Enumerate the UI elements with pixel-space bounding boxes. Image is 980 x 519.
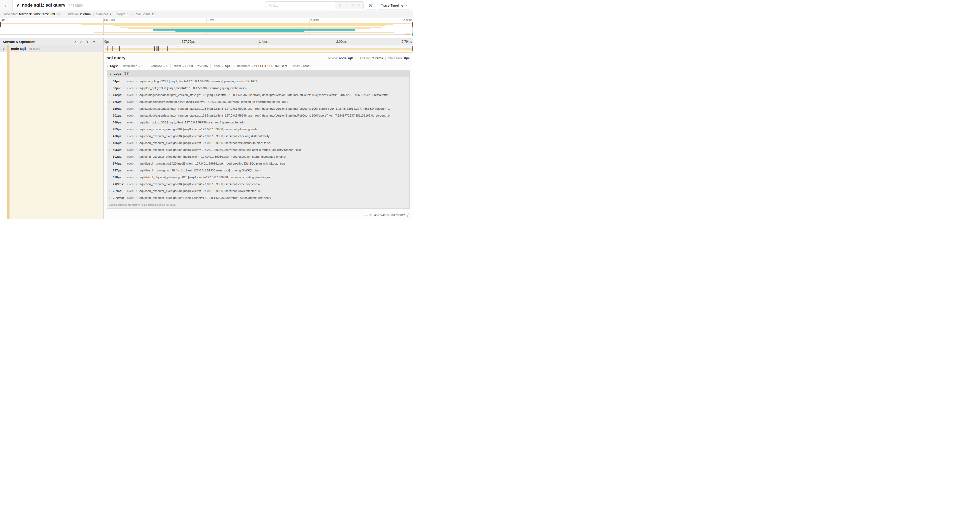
span-collapse-chevron-icon[interactable]: ∨ bbox=[3, 47, 5, 51]
log-field-key: event bbox=[127, 176, 134, 179]
divider bbox=[114, 13, 115, 16]
log-marker[interactable] bbox=[159, 46, 159, 51]
log-row[interactable]: ›495μs:event=‹sql/conn_executor_exec.go:… bbox=[107, 146, 409, 153]
deep-link-icon[interactable] bbox=[406, 213, 410, 217]
log-row[interactable]: ›201μs:event=‹sql/catalog/lease/descript… bbox=[107, 112, 409, 119]
column-resizer-handle[interactable]: || bbox=[100, 40, 102, 43]
log-field-key: event bbox=[127, 128, 134, 131]
span-row-track[interactable] bbox=[103, 45, 413, 52]
minimap-span-bar bbox=[405, 34, 410, 35]
minimap-right-drag-handle[interactable] bbox=[412, 22, 412, 27]
log-value: ‹sql/plan_opt.go:358 [nsql1,client=127.0… bbox=[138, 121, 245, 124]
duration-label: Duration: bbox=[358, 56, 371, 60]
keyboard-shortcuts-button[interactable]: ⌘ bbox=[366, 1, 375, 10]
next-result-icon[interactable]: ∨ bbox=[352, 4, 354, 7]
log-value: ‹sql/conn_executor_exec.go:684 [nsql1,cl… bbox=[138, 148, 303, 152]
log-row[interactable]: ›142μs:event=‹sql/catalog/lease/descript… bbox=[107, 91, 409, 98]
trace-id: 7418682 bbox=[68, 3, 83, 8]
span-duration-bar[interactable] bbox=[105, 48, 412, 50]
chevron-right-icon: › bbox=[109, 142, 113, 145]
minimap-span-bar bbox=[81, 24, 393, 25]
log-row[interactable]: ›597μs:event=‹sql/distsql_running.go:498… bbox=[107, 167, 409, 174]
log-row[interactable]: ›502μs:event=‹sql/conn_executor_exec.go:… bbox=[107, 153, 409, 160]
summary-item-suffix: .326 bbox=[55, 13, 61, 16]
summary-item: Services2 bbox=[96, 13, 111, 16]
find-input[interactable] bbox=[266, 2, 335, 9]
log-value: ‹sql/catalog/lease/descriptor_version_st… bbox=[138, 107, 391, 110]
log-row[interactable]: ›34μs:event=‹sql/exec_util.go:2297 [nsql… bbox=[107, 78, 409, 85]
log-row[interactable]: ›574μs:event=‹sql/distsql_running.go:142… bbox=[107, 160, 409, 167]
locate-icon[interactable]: ◎ bbox=[339, 4, 341, 7]
view-selector-button[interactable]: Trace Timeline ∨ bbox=[378, 1, 410, 10]
expand-one-icon[interactable] bbox=[80, 40, 83, 43]
tag-equals: = bbox=[163, 65, 165, 68]
log-row[interactable]: ›189μs:event=‹sql/catalog/lease/descript… bbox=[107, 105, 409, 112]
divider bbox=[233, 64, 234, 68]
timeline-grid-header: Service & Operation || 0μs697.75μs1.4ms2… bbox=[0, 38, 413, 45]
tags-accordion[interactable]: › Tags: _unfinished=1_verbose=1client=12… bbox=[103, 62, 413, 70]
back-arrow-icon: ← bbox=[4, 2, 9, 8]
log-row[interactable]: ›2.69ms:event=‹sql/conn_executor_exec.go… bbox=[107, 180, 409, 187]
log-marker[interactable] bbox=[123, 46, 123, 51]
minimap-tick-label: 2.79ms bbox=[403, 18, 412, 21]
minimap-span-bar bbox=[120, 27, 382, 28]
page-title: node sql1: sql query bbox=[22, 3, 65, 8]
tag-value: 1 bbox=[141, 64, 143, 68]
log-row[interactable]: ›476μs:event=‹sql/conn_executor_exec.go:… bbox=[107, 133, 409, 139]
span-row-name-cell[interactable]: ∨ node sql1 sql query bbox=[0, 45, 103, 52]
log-row[interactable]: ›80μs:event=‹sql/plan_opt.go:358 [nsql1,… bbox=[107, 85, 409, 91]
log-value: ‹sql/catalog/descs/descriptor.go:98 [nsq… bbox=[138, 100, 288, 103]
log-equals: = bbox=[136, 155, 137, 158]
log-marker[interactable] bbox=[402, 46, 402, 51]
collapse-all-icon[interactable] bbox=[86, 40, 89, 43]
minimap-tick-label: 697.75μs bbox=[104, 18, 115, 21]
log-marker[interactable] bbox=[126, 46, 126, 51]
tag-key: _unfinished bbox=[121, 64, 137, 68]
log-marker[interactable] bbox=[158, 46, 159, 51]
log-row[interactable]: ›459μs:event=‹sql/conn_executor_exec.go:… bbox=[107, 126, 409, 133]
log-value: ‹sql/distsql_running.go:1420 [nsql1,clie… bbox=[138, 162, 286, 165]
log-row[interactable]: ›2.7ms:event=‹sql/conn_executor_exec.go:… bbox=[107, 187, 409, 194]
log-marker[interactable] bbox=[178, 46, 179, 51]
log-value: ‹sql/conn_executor_exec.go:684 [nsql1,cl… bbox=[138, 141, 271, 145]
collapse-one-icon[interactable] bbox=[73, 40, 76, 43]
back-button[interactable]: ← bbox=[0, 0, 13, 11]
tag-item: _verbose=1 bbox=[149, 64, 168, 68]
log-marker[interactable] bbox=[170, 46, 170, 51]
log-field-key: event bbox=[127, 155, 134, 158]
service-value: node sql1 bbox=[339, 56, 353, 60]
log-row[interactable]: ›176μs:event=‹sql/catalog/descs/descript… bbox=[107, 98, 409, 105]
chevron-right-icon: › bbox=[109, 155, 113, 158]
prev-result-icon[interactable]: ∧ bbox=[345, 4, 348, 7]
trace-timeline-page: { "colors": { "tan": "#F8E0AC", "gold": … bbox=[0, 0, 413, 219]
log-marker[interactable] bbox=[107, 46, 108, 51]
detail-name-column-fill bbox=[10, 52, 103, 219]
tag-value: 127.0.0.1:59936 bbox=[185, 64, 208, 68]
expand-all-icon[interactable] bbox=[92, 40, 95, 43]
clear-search-icon[interactable]: × bbox=[358, 4, 360, 7]
log-timestamp: 80μs: bbox=[113, 86, 126, 89]
tag-equals: = bbox=[251, 65, 253, 68]
service-label: Service: bbox=[326, 56, 338, 60]
minimap-left-drag-handle[interactable] bbox=[0, 22, 1, 27]
log-timestamp: 366μs: bbox=[113, 121, 126, 124]
log-equals: = bbox=[136, 182, 137, 186]
minimap-tick-label: 1.4ms bbox=[207, 18, 215, 21]
top-bar: ← ∨ node sql1: sql query 7418682 ◎ ∧ ∨ ×… bbox=[0, 0, 413, 11]
log-row[interactable]: ›2.79ms:event=‹sql/conn_executor_exec.go… bbox=[107, 194, 409, 201]
logs-footnote: Log timestamps are relative to the start… bbox=[107, 201, 409, 208]
title-group: ∨ node sql1: sql query 7418682 bbox=[13, 0, 266, 11]
logs-header[interactable]: ∨ Logs (18) bbox=[107, 71, 409, 77]
log-marker[interactable] bbox=[158, 46, 158, 51]
timeline-gridline bbox=[336, 38, 336, 45]
divider bbox=[93, 13, 94, 16]
summary-item-label: Total Spans bbox=[134, 13, 151, 16]
collapse-trace-chevron-icon[interactable]: ∨ bbox=[16, 3, 19, 8]
timeline-gridline bbox=[103, 18, 103, 22]
log-row[interactable]: ›486μs:event=‹sql/conn_executor_exec.go:… bbox=[107, 139, 409, 146]
minimap-canvas[interactable] bbox=[0, 22, 413, 35]
ruler-tick-label: 697.75μs bbox=[182, 40, 195, 43]
log-row[interactable]: ›366μs:event=‹sql/plan_opt.go:358 [nsql1… bbox=[107, 119, 409, 126]
ruler-tick-label: 1.4ms bbox=[259, 40, 268, 43]
log-row[interactable]: ›678μs:event=‹sql/distsql_physical_plann… bbox=[107, 174, 409, 180]
